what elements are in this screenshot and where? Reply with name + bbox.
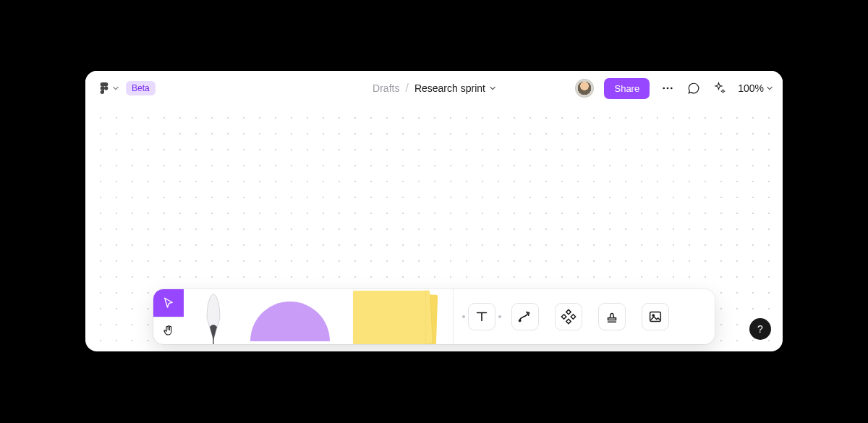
connector-tool-icon — [517, 309, 533, 325]
toolbar — [153, 289, 715, 344]
breadcrumb-separator: / — [405, 82, 408, 95]
stamp-icon — [604, 309, 620, 325]
hand-tool[interactable] — [153, 317, 184, 345]
ai-button[interactable] — [712, 80, 728, 96]
zoom-control[interactable]: 100% — [738, 82, 773, 94]
svg-rect-9 — [561, 315, 566, 319]
document-title[interactable]: Research sprint — [414, 82, 495, 94]
topbar-right: Share 100% — [575, 78, 773, 99]
svg-rect-4 — [213, 337, 213, 344]
svg-point-5 — [250, 302, 330, 341]
chevron-down-icon — [490, 85, 495, 91]
breadcrumb: Drafts / Research sprint — [373, 82, 495, 95]
svg-rect-11 — [650, 312, 661, 322]
comment-icon — [687, 82, 700, 95]
components-tool[interactable] — [555, 303, 582, 330]
share-button[interactable]: Share — [604, 78, 650, 99]
chevron-down-icon — [767, 85, 773, 91]
toolbar-mode-column — [153, 289, 184, 344]
connector-tool[interactable] — [511, 303, 539, 330]
select-tool[interactable] — [153, 289, 184, 317]
svg-point-2 — [667, 87, 669, 90]
zoom-value: 100% — [738, 82, 764, 94]
document-title-text: Research sprint — [414, 82, 485, 94]
text-tool-icon — [474, 309, 490, 325]
svg-rect-8 — [566, 319, 571, 323]
more-menu-button[interactable] — [660, 80, 676, 96]
cursor-icon — [162, 296, 175, 309]
svg-rect-10 — [571, 315, 575, 319]
image-tool[interactable] — [642, 303, 669, 330]
help-button[interactable]: ? — [749, 318, 771, 340]
svg-point-6 — [519, 320, 521, 322]
topbar: Beta Drafts / Research sprint Share — [85, 71, 783, 106]
svg-point-12 — [652, 315, 655, 317]
toolbar-secondary-tools — [454, 289, 715, 344]
breadcrumb-parent[interactable]: Drafts — [373, 82, 399, 94]
shape-tool[interactable] — [250, 289, 330, 344]
components-icon — [561, 309, 576, 325]
stamp-tool[interactable] — [598, 303, 626, 330]
toolbar-primary-tools — [184, 289, 453, 344]
comments-button[interactable] — [686, 80, 702, 96]
topbar-left: Beta — [95, 80, 156, 97]
svg-point-0 — [104, 86, 108, 90]
user-avatar[interactable] — [575, 79, 594, 98]
beta-badge: Beta — [126, 81, 156, 95]
help-label: ? — [757, 323, 763, 335]
figma-logo-icon — [98, 82, 110, 94]
hand-icon — [162, 324, 175, 337]
app-menu-button[interactable] — [95, 80, 122, 97]
app-window: Beta Drafts / Research sprint Share — [85, 71, 783, 351]
dots-horizontal-icon — [661, 82, 674, 95]
chevron-down-icon — [113, 85, 119, 91]
text-tool[interactable] — [468, 303, 495, 330]
sticky-note-icon — [353, 291, 425, 344]
pen-tool[interactable] — [197, 289, 230, 344]
svg-point-1 — [663, 87, 665, 90]
svg-rect-7 — [566, 309, 571, 314]
circle-shape-icon — [250, 289, 330, 341]
sparkle-icon — [713, 82, 726, 95]
image-icon — [647, 309, 663, 325]
sticky-note-tool[interactable] — [350, 289, 437, 344]
svg-point-3 — [671, 87, 673, 90]
pen-icon — [197, 289, 230, 344]
